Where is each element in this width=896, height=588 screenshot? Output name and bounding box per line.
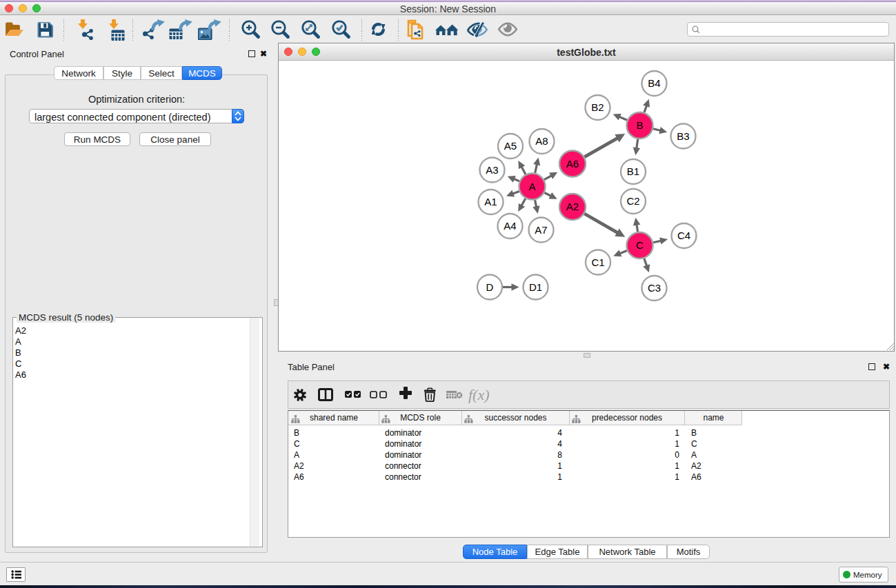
svg-text:A4: A4: [504, 220, 516, 232]
svg-text:A3: A3: [486, 164, 498, 176]
svg-text:A6: A6: [566, 158, 579, 170]
svg-text:B2: B2: [591, 101, 604, 113]
svg-text:A8: A8: [535, 135, 548, 147]
svg-text:C: C: [636, 239, 644, 251]
svg-text:A5: A5: [504, 140, 517, 152]
svg-text:C4: C4: [677, 230, 690, 241]
svg-text:B1: B1: [627, 165, 639, 177]
svg-text:B4: B4: [648, 77, 660, 89]
svg-text:A7: A7: [535, 224, 547, 236]
svg-text:C2: C2: [626, 195, 639, 207]
svg-text:B3: B3: [677, 130, 689, 142]
svg-text:D1: D1: [529, 281, 542, 293]
svg-text:A1: A1: [484, 196, 497, 207]
svg-text:C1: C1: [591, 256, 604, 268]
svg-text:D: D: [486, 281, 494, 293]
svg-text:C3: C3: [648, 282, 661, 294]
svg-text:A: A: [528, 181, 535, 192]
svg-text:B: B: [636, 119, 643, 131]
svg-text:A2: A2: [566, 201, 579, 212]
